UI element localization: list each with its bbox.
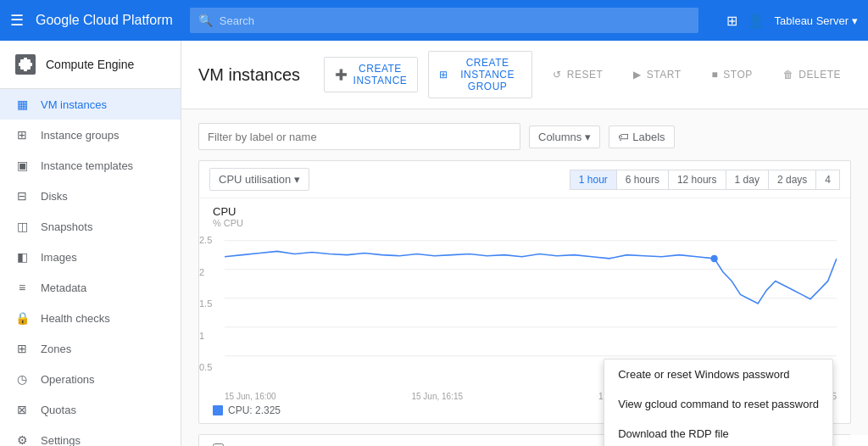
- stop-button[interactable]: ■ STOP: [702, 64, 763, 86]
- svg-rect-4: [24, 58, 27, 59]
- columns-label: Columns: [538, 131, 581, 143]
- search-icon: 🔍: [198, 14, 213, 27]
- user-icon[interactable]: 👤: [748, 13, 765, 29]
- sidebar-item-operations[interactable]: ◷ Operations: [0, 364, 181, 394]
- create-instance-icon: ➕: [335, 69, 348, 81]
- cpu-chart: [225, 231, 837, 376]
- time-1hour[interactable]: 1 hour: [570, 170, 616, 190]
- svg-rect-1: [20, 59, 31, 70]
- sidebar-item-images[interactable]: ◧ Images: [0, 242, 181, 272]
- search-input[interactable]: [220, 14, 690, 27]
- time-range-selector: 1 hour 6 hours 12 hours 1 day 2 days 4: [570, 170, 840, 190]
- context-menu-item-2[interactable]: View gcloud command to reset password: [604, 389, 832, 419]
- columns-dropdown-icon: ▾: [585, 131, 591, 143]
- start-button[interactable]: ▶ START: [623, 64, 691, 86]
- sidebar-item-quotas[interactable]: ⊠ Quotas: [0, 394, 181, 425]
- sidebar-label-vm: VM instances: [41, 98, 107, 111]
- sidebar-item-settings[interactable]: ⚙ Settings: [0, 425, 181, 446]
- topbar: ☰ Google Cloud Platform 🔍 ⊞ 👤 Tableau Se…: [0, 0, 868, 41]
- start-label: START: [647, 69, 682, 81]
- time-2days[interactable]: 2 days: [768, 170, 815, 190]
- chart-filter-button[interactable]: CPU utilisation ▾: [209, 168, 309, 191]
- delete-icon: 🗑: [783, 69, 794, 81]
- account-name: Tableau Server: [775, 14, 849, 27]
- svg-rect-5: [24, 70, 27, 71]
- sidebar-item-instance-templates[interactable]: ▣ Instance templates: [0, 150, 181, 181]
- metadata-icon: ≡: [14, 279, 31, 296]
- sidebar-label-health: Health checks: [41, 312, 110, 325]
- apps-icon[interactable]: ⊞: [726, 13, 737, 29]
- network-column-header: Network: [459, 435, 523, 446]
- sidebar-label-disks: Disks: [41, 190, 68, 203]
- svg-rect-3: [31, 63, 32, 66]
- health-icon: 🔒: [14, 309, 31, 326]
- topbar-right: ⊞ 👤 Tableau Server ▾: [726, 13, 858, 29]
- settings-icon: ⚙: [14, 432, 31, 446]
- reset-label: RESET: [567, 69, 604, 81]
- sidebar-item-health-checks[interactable]: 🔒 Health checks: [0, 303, 181, 333]
- start-icon: ▶: [633, 69, 642, 81]
- operations-icon: ◷: [14, 371, 31, 387]
- quotas-icon: ⊠: [14, 401, 31, 418]
- chart-filter-label: CPU utilisation: [219, 173, 291, 186]
- svg-point-11: [710, 255, 717, 263]
- delete-label: DELETE: [798, 69, 841, 81]
- time-12hours[interactable]: 12 hours: [668, 170, 726, 190]
- reset-icon: ↺: [553, 69, 562, 81]
- chart-title: CPU: [199, 198, 850, 218]
- sidebar-item-instance-groups[interactable]: ⊞ Instance groups: [0, 120, 181, 150]
- sidebar-title: Compute Engine: [46, 58, 134, 71]
- time-4[interactable]: 4: [815, 170, 840, 190]
- context-menu-item-1[interactable]: Create or reset Windows password: [604, 360, 832, 389]
- reset-button[interactable]: ↺ RESET: [542, 64, 613, 86]
- filter-toolbar: Columns ▾ 🏷 Labels: [198, 123, 851, 150]
- search-bar: 🔍: [190, 8, 698, 33]
- create-instance-group-button[interactable]: ⊞ CREATE INSTANCE GROUP: [428, 51, 532, 98]
- account-button[interactable]: Tableau Server ▾: [775, 14, 858, 27]
- y-axis: 2.5 2 1.5 1 0.5: [199, 231, 212, 376]
- time-1day[interactable]: 1 day: [726, 170, 768, 190]
- sidebar-item-metadata[interactable]: ≡ Metadata: [0, 272, 181, 303]
- groups-icon: ⊞: [14, 126, 31, 143]
- chart-subtitle: % CPU: [199, 218, 850, 231]
- legend-color-dot: [213, 405, 223, 415]
- sidebar-label-snapshots: Snapshots: [41, 220, 92, 233]
- labels-label: Labels: [632, 131, 665, 143]
- sidebar-label-images: Images: [41, 251, 77, 264]
- x-label-1: 15 Jun, 16:00: [225, 392, 276, 401]
- x-label-2: 15 Jun, 16:15: [411, 392, 463, 401]
- context-menu: Create or reset Windows password View gc…: [604, 359, 833, 446]
- content-body: Columns ▾ 🏷 Labels CPU utilisation ▾ 1 h…: [181, 109, 868, 446]
- create-instance-button[interactable]: ➕ CREATE INSTANCE: [324, 57, 418, 92]
- snapshots-icon: ◫: [14, 218, 31, 235]
- zone-column-header: Zone: [355, 435, 459, 446]
- compute-engine-icon: [14, 53, 37, 76]
- sidebar-label-settings: Settings: [41, 434, 81, 447]
- page-title: VM instances: [198, 65, 300, 85]
- sidebar-label-metadata: Metadata: [41, 282, 86, 294]
- chart-filter-icon: ▾: [294, 173, 300, 186]
- columns-button[interactable]: Columns ▾: [529, 125, 600, 148]
- context-menu-item-3[interactable]: Download the RDP file: [604, 419, 832, 446]
- sidebar-label-operations: Operations: [41, 373, 95, 386]
- sidebar-item-snapshots[interactable]: ◫ Snapshots: [0, 211, 181, 242]
- filter-input[interactable]: [198, 123, 520, 150]
- create-instance-label: CREATE INSTANCE: [353, 63, 408, 86]
- name-column-header[interactable]: Name ↑: [237, 435, 355, 446]
- inuse-column-header: In use by: [523, 435, 592, 446]
- menu-icon[interactable]: ☰: [10, 11, 24, 30]
- label-tag-icon: 🏷: [618, 131, 629, 143]
- sidebar-item-vm-instances[interactable]: ▦ VM instances: [0, 89, 181, 120]
- delete-button[interactable]: 🗑 DELETE: [773, 64, 851, 86]
- chart-toolbar: CPU utilisation ▾ 1 hour 6 hours 12 hour…: [199, 161, 850, 198]
- zones-icon: ⊞: [14, 340, 31, 357]
- labels-button[interactable]: 🏷 Labels: [609, 125, 674, 148]
- stop-icon: ■: [712, 69, 719, 81]
- content-area: VM instances ➕ CREATE INSTANCE ⊞ CREATE …: [181, 41, 868, 446]
- time-6hours[interactable]: 6 hours: [616, 170, 668, 190]
- account-dropdown-icon: ▾: [852, 14, 858, 27]
- sidebar-item-disks[interactable]: ⊟ Disks: [0, 181, 181, 211]
- sidebar-label-groups: Instance groups: [41, 129, 120, 142]
- stop-label: STOP: [723, 69, 752, 81]
- sidebar-item-zones[interactable]: ⊞ Zones: [0, 333, 181, 364]
